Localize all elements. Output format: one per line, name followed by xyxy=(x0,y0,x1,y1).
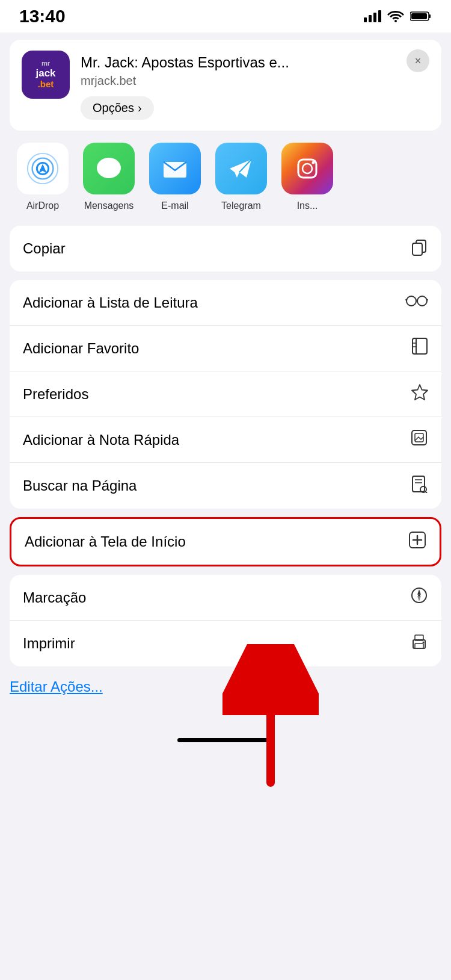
compass-icon xyxy=(410,586,428,609)
svg-line-31 xyxy=(426,492,427,493)
action-buscar-pagina[interactable]: Buscar na Página xyxy=(10,463,441,509)
options-button[interactable]: Opções › xyxy=(81,96,154,120)
wifi-icon xyxy=(387,10,404,22)
status-time: 13:40 xyxy=(19,6,66,26)
adicionar-favorito-label: Adicionar Favorito xyxy=(23,340,139,357)
search-doc-icon xyxy=(411,475,428,497)
svg-point-11 xyxy=(302,164,312,173)
note-icon xyxy=(410,429,428,451)
header-title: Mr. Jack: Apostas Esportivas e... xyxy=(81,53,429,72)
close-icon: × xyxy=(415,55,422,67)
preferidos-label: Preferidos xyxy=(23,386,88,403)
copiar-label: Copiar xyxy=(23,240,66,257)
logo-mr: mr xyxy=(35,60,55,67)
signal-icon xyxy=(364,10,381,22)
svg-point-6 xyxy=(97,158,121,178)
svg-line-18 xyxy=(406,299,407,301)
edit-acoes-link[interactable]: Editar Ações... xyxy=(0,666,451,701)
svg-rect-14 xyxy=(413,243,422,255)
airdrop-icon xyxy=(25,151,60,186)
action-adicionar-tela[interactable]: Adicionar à Tela de Início xyxy=(11,519,440,565)
email-label: E-mail xyxy=(161,200,188,211)
svg-rect-27 xyxy=(413,476,425,492)
svg-point-15 xyxy=(407,296,416,306)
buscar-pagina-label: Buscar na Página xyxy=(23,477,137,494)
adicionar-tela-label: Adicionar à Tela de Início xyxy=(25,533,186,550)
mensagens-label: Mensagens xyxy=(84,200,134,211)
airdrop-label: AirDrop xyxy=(26,200,59,211)
svg-line-19 xyxy=(427,299,428,301)
header-info: Mr. Jack: Apostas Esportivas e... mrjack… xyxy=(81,51,429,120)
logo-jack: jack xyxy=(35,67,55,79)
action-preferidos[interactable]: Preferidos xyxy=(10,371,441,417)
highlighted-wrapper: Adicionar à Tela de Início xyxy=(10,517,441,566)
printer-icon xyxy=(410,633,428,655)
share-item-instagram[interactable]: Ins... xyxy=(274,143,340,211)
glasses-icon xyxy=(405,293,428,312)
svg-marker-38 xyxy=(417,596,421,601)
share-header: mr jack .bet Mr. Jack: Apostas Esportiva… xyxy=(10,40,441,131)
instagram-icon xyxy=(291,152,324,185)
action-marcacao[interactable]: Marcação xyxy=(10,575,441,621)
adicionar-nota-label: Adicionar à Nota Rápida xyxy=(23,432,179,448)
action-adicionar-favorito[interactable]: Adicionar Favorito xyxy=(10,326,441,371)
share-item-email[interactable]: E-mail xyxy=(142,143,208,211)
telegram-label: Telegram xyxy=(221,200,261,211)
mensagens-icon-wrap xyxy=(83,143,135,194)
share-row: AirDrop Mensagens E-mail Telegram xyxy=(0,131,451,217)
email-icon xyxy=(159,152,191,185)
svg-marker-37 xyxy=(417,589,421,595)
svg-rect-2 xyxy=(411,13,427,19)
share-item-mensagens[interactable]: Mensagens xyxy=(76,143,142,211)
copy-icon xyxy=(410,238,428,260)
svg-point-42 xyxy=(423,641,425,643)
svg-marker-24 xyxy=(412,385,428,400)
share-item-telegram[interactable]: Telegram xyxy=(208,143,274,211)
action-adicionar-leitura[interactable]: Adicionar à Lista de Leitura xyxy=(10,280,441,326)
home-indicator xyxy=(177,738,274,742)
telegram-icon-wrap xyxy=(215,143,267,194)
svg-point-12 xyxy=(312,161,315,164)
battery-icon xyxy=(410,11,432,22)
svg-point-16 xyxy=(417,296,427,306)
action-imprimir[interactable]: Imprimir xyxy=(10,621,441,666)
email-icon-wrap xyxy=(149,143,201,194)
chevron-right-icon: › xyxy=(138,101,142,115)
marcacao-label: Marcação xyxy=(23,589,86,606)
logo-bet: .bet xyxy=(35,79,55,89)
adicionar-leitura-label: Adicionar à Lista de Leitura xyxy=(23,294,198,311)
action-group-2: Adicionar à Lista de Leitura Adicionar F… xyxy=(10,280,441,509)
plus-square-icon xyxy=(408,531,426,553)
svg-rect-1 xyxy=(429,14,431,18)
action-adicionar-nota[interactable]: Adicionar à Nota Rápida xyxy=(10,417,441,463)
book-icon xyxy=(411,337,428,359)
status-icons xyxy=(364,10,432,22)
svg-rect-20 xyxy=(413,338,427,354)
share-item-airdrop[interactable]: AirDrop xyxy=(10,143,76,211)
telegram-icon xyxy=(225,152,257,185)
airdrop-icon-wrap xyxy=(17,143,69,194)
status-bar: 13:40 xyxy=(0,0,451,33)
action-group-copy: Copiar xyxy=(10,226,441,271)
action-group-3: Marcação Imprimir xyxy=(10,575,441,666)
close-button[interactable]: × xyxy=(407,49,429,72)
header-url: mrjack.bet xyxy=(81,74,429,88)
action-copiar[interactable]: Copiar xyxy=(10,226,441,271)
mensagens-icon xyxy=(93,152,125,185)
instagram-icon-wrap xyxy=(281,143,333,194)
svg-rect-40 xyxy=(415,644,423,648)
instagram-label: Ins... xyxy=(297,200,318,211)
app-logo: mr jack .bet xyxy=(22,51,70,99)
star-icon xyxy=(411,383,428,405)
svg-point-36 xyxy=(418,594,420,597)
imprimir-label: Imprimir xyxy=(23,635,75,652)
